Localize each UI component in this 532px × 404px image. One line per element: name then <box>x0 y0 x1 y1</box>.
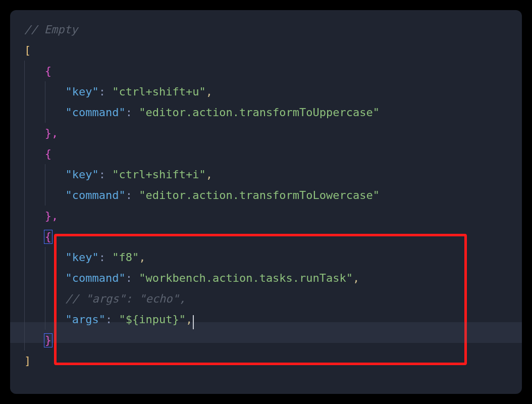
bracket-close-brace: }, <box>45 210 59 222</box>
colon: : <box>99 168 113 181</box>
code-line-kv: "command": "workbench.action.tasks.runTa… <box>24 268 508 288</box>
code-line-comment: // Empty <box>24 19 508 40</box>
code-editor-frame: // Empty [ { "key": "ctrl+shift+u", "com… <box>10 10 522 394</box>
json-string: "ctrl+shift+i" <box>112 168 205 181</box>
bracket-open-brace: { <box>45 65 51 77</box>
colon: : <box>126 272 139 284</box>
comma: , <box>206 85 212 98</box>
bracket-close-brace: }, <box>45 127 59 139</box>
code-line-kv-current: "args": "${input}", <box>24 309 508 330</box>
code-content[interactable]: // Empty [ { "key": "ctrl+shift+u", "com… <box>24 19 508 371</box>
code-line-comment: // "args": "echo", <box>24 288 508 309</box>
colon: : <box>99 85 113 98</box>
code-line-brace-close: }, <box>24 123 508 143</box>
bracket-open-brace: { <box>45 147 51 160</box>
json-key: "command" <box>66 272 126 284</box>
json-key: "args" <box>66 313 105 326</box>
colon: : <box>126 189 139 201</box>
json-key: "key" <box>66 168 99 181</box>
comma: , <box>353 272 359 284</box>
bracket-close-array: ] <box>24 355 31 367</box>
comma: , <box>139 251 145 264</box>
code-line-array-open: [ <box>24 40 508 61</box>
json-string: "editor.action.transformToLowercase" <box>139 189 380 201</box>
code-line-kv: "key": "f8", <box>24 247 508 268</box>
comma: , <box>206 168 212 181</box>
json-string: "editor.action.transformToUppercase" <box>139 106 380 119</box>
code-line-brace-open: { <box>24 143 508 164</box>
bracket-open-array: [ <box>24 44 31 57</box>
code-line-kv: "command": "editor.action.transformToLow… <box>24 185 508 206</box>
json-key: "key" <box>66 251 99 264</box>
colon: : <box>126 106 139 119</box>
colon: : <box>105 313 119 326</box>
json-string: "${input}" <box>119 313 185 326</box>
json-key: "command" <box>66 106 126 119</box>
json-string: "workbench.action.tasks.runTask" <box>139 272 353 284</box>
json-string: "f8" <box>112 251 139 264</box>
comma: , <box>186 313 192 326</box>
code-line-array-close: ] <box>24 350 508 371</box>
code-line-kv: "command": "editor.action.transformToUpp… <box>24 102 508 123</box>
code-line-brace-open: { <box>24 226 508 247</box>
colon: : <box>99 251 113 264</box>
comment-text: // Empty <box>24 23 78 36</box>
json-key: "command" <box>66 189 126 201</box>
bracket-close-brace-matched: } <box>44 333 52 347</box>
json-key: "key" <box>66 85 99 98</box>
comment-text: // "args": "echo", <box>66 292 186 305</box>
json-string: "ctrl+shift+u" <box>112 85 205 98</box>
bracket-open-brace-matched: { <box>44 230 52 244</box>
text-cursor <box>193 315 194 329</box>
code-line-brace-close: } <box>24 330 508 350</box>
code-line-kv: "key": "ctrl+shift+u", <box>24 81 508 102</box>
code-line-kv: "key": "ctrl+shift+i", <box>24 164 508 185</box>
code-line-brace-close: }, <box>24 206 508 226</box>
code-line-brace-open: { <box>24 61 508 81</box>
